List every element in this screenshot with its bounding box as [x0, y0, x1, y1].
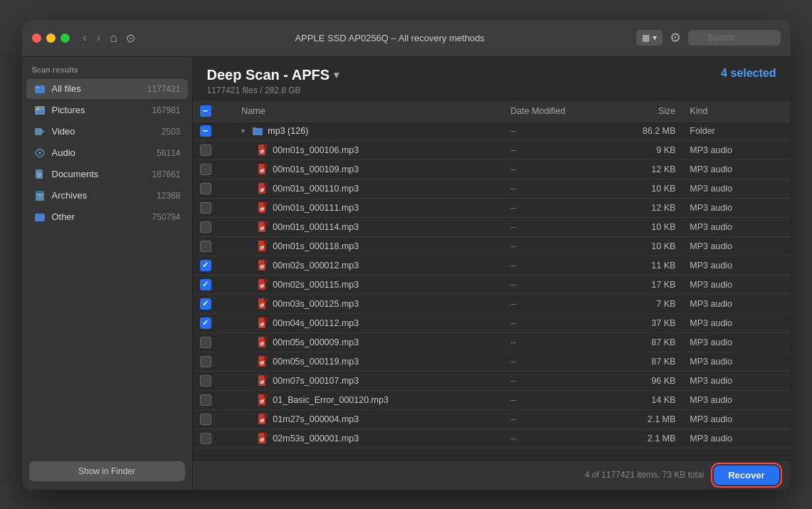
row-checkbox[interactable]	[200, 241, 211, 252]
row-checkbox[interactable]	[200, 221, 211, 233]
row-kind: Folder	[682, 121, 790, 140]
svg-point-18	[261, 151, 263, 152]
row-checkbox[interactable]	[200, 394, 211, 406]
forward-button[interactable]: ›	[93, 30, 104, 46]
row-checkbox-cell	[193, 352, 235, 371]
sidebar-item-other[interactable]: Other 750794	[26, 207, 188, 227]
row-size: 37 KB	[611, 313, 683, 332]
row-size: 12 KB	[611, 159, 683, 179]
home-button[interactable]: ⌂	[110, 31, 117, 46]
svg-rect-71	[264, 356, 268, 360]
sidebar-section-label: Scan results	[22, 57, 192, 78]
row-kind: MP3 audio	[682, 390, 790, 409]
row-checkbox[interactable]	[200, 433, 211, 444]
sidebar-item-audio[interactable]: Audio 56114	[26, 143, 188, 163]
row-checkbox[interactable]	[200, 164, 211, 175]
row-date: --	[503, 332, 611, 352]
expand-arrow[interactable]: ▾	[241, 127, 245, 135]
header-name[interactable]: Name	[234, 101, 503, 122]
row-size: 10 KB	[611, 179, 683, 198]
svg-point-33	[261, 209, 263, 210]
all-files-icon	[33, 83, 46, 95]
svg-point-73	[261, 362, 263, 364]
svg-point-63	[261, 324, 263, 325]
row-checkbox[interactable]	[200, 356, 211, 367]
svg-rect-2	[35, 106, 45, 115]
svg-rect-51	[264, 279, 268, 283]
close-button[interactable]	[32, 33, 41, 43]
row-checkbox[interactable]	[200, 318, 211, 329]
search-input[interactable]	[688, 30, 781, 46]
svg-rect-11	[36, 192, 44, 201]
row-checkbox-cell	[193, 275, 235, 294]
table-row: 00m03s_000125.mp3--7 KBMP3 audio	[193, 294, 791, 313]
row-filename: 01m27s_000004.mp3	[273, 414, 359, 424]
sidebar-item-archives-count: 12368	[157, 191, 180, 201]
sidebar-item-documents[interactable]: Documents 187661	[26, 164, 188, 184]
sidebar-item-all-files-label: All files	[52, 83, 142, 94]
row-name: 00m02s_000115.mp3	[234, 275, 503, 294]
row-size: 11 KB	[611, 256, 683, 275]
row-size: 14 KB	[611, 390, 683, 409]
recover-button[interactable]: Recover	[714, 466, 779, 485]
sidebar-item-all-files[interactable]: All files 1177421	[26, 79, 188, 99]
minimize-button[interactable]	[46, 33, 56, 43]
svg-point-53	[261, 285, 263, 287]
row-checkbox[interactable]	[200, 183, 211, 194]
svg-point-23	[261, 170, 263, 172]
view-grid-icon: ▦	[642, 33, 650, 43]
row-size: 87 KB	[611, 332, 683, 352]
row-filename: 00m01s_000118.mp3	[273, 241, 359, 251]
nav-buttons: ‹ ›	[80, 30, 105, 46]
svg-rect-31	[264, 202, 268, 206]
sidebar-item-documents-label: Documents	[52, 169, 147, 179]
recovery-mode-button[interactable]: ⊙	[126, 31, 135, 45]
row-checkbox[interactable]	[200, 260, 211, 271]
svg-rect-46	[264, 260, 268, 263]
svg-rect-12	[36, 191, 44, 193]
sidebar-item-other-label: Other	[52, 211, 147, 222]
row-checkbox[interactable]	[200, 202, 211, 214]
row-date: --	[503, 294, 611, 313]
scan-dropdown-arrow[interactable]: ▾	[334, 69, 339, 80]
file-table-wrap[interactable]: Name Date Modified Size Kind ▾mp3 (126)-…	[193, 101, 791, 460]
row-size: 12 KB	[611, 198, 683, 217]
row-date: --	[503, 217, 611, 236]
svg-point-38	[261, 228, 263, 229]
select-all-checkbox[interactable]	[200, 105, 211, 117]
svg-rect-4	[35, 128, 42, 135]
row-checkbox[interactable]	[200, 145, 211, 156]
row-checkbox[interactable]	[200, 375, 211, 387]
show-finder-button[interactable]: Show in Finder	[29, 461, 185, 481]
row-date: --	[503, 409, 611, 429]
mp3-file-icon	[257, 414, 268, 425]
svg-point-83	[261, 401, 263, 402]
row-checkbox[interactable]	[200, 414, 211, 425]
row-checkbox[interactable]	[200, 337, 211, 348]
sidebar-item-video[interactable]: Video 2503	[26, 122, 188, 142]
sidebar-item-pictures[interactable]: Pictures 167981	[26, 100, 188, 120]
row-kind: MP3 audio	[682, 352, 790, 371]
sidebar-item-archives[interactable]: Archives 12368	[26, 186, 188, 206]
row-checkbox-cell	[193, 409, 235, 429]
back-button[interactable]: ‹	[80, 30, 90, 46]
filter-button[interactable]: ⚙	[670, 30, 681, 46]
table-row: 00m01s_000109.mp3--12 KBMP3 audio	[193, 159, 791, 179]
row-size: 10 KB	[611, 217, 683, 236]
header-date[interactable]: Date Modified	[503, 101, 611, 122]
header-size[interactable]: Size	[611, 101, 683, 122]
mp3-file-icon	[257, 183, 268, 194]
row-checkbox[interactable]	[200, 125, 211, 137]
row-filename: 00m02s_000012.mp3	[273, 261, 359, 271]
view-toggle-button[interactable]: ▦ ▾	[636, 30, 663, 46]
maximize-button[interactable]	[60, 33, 70, 43]
row-kind: MP3 audio	[682, 429, 790, 448]
folder-icon	[252, 125, 263, 137]
row-kind: MP3 audio	[682, 198, 790, 217]
table-row: 00m01s_000111.mp3--12 KBMP3 audio	[193, 198, 791, 217]
svg-point-68	[261, 343, 263, 345]
row-checkbox[interactable]	[200, 279, 211, 290]
header-kind[interactable]: Kind	[682, 101, 790, 122]
row-checkbox[interactable]	[200, 298, 211, 310]
table-row: 02m53s_000001.mp3--2.1 MBMP3 audio	[193, 429, 791, 448]
